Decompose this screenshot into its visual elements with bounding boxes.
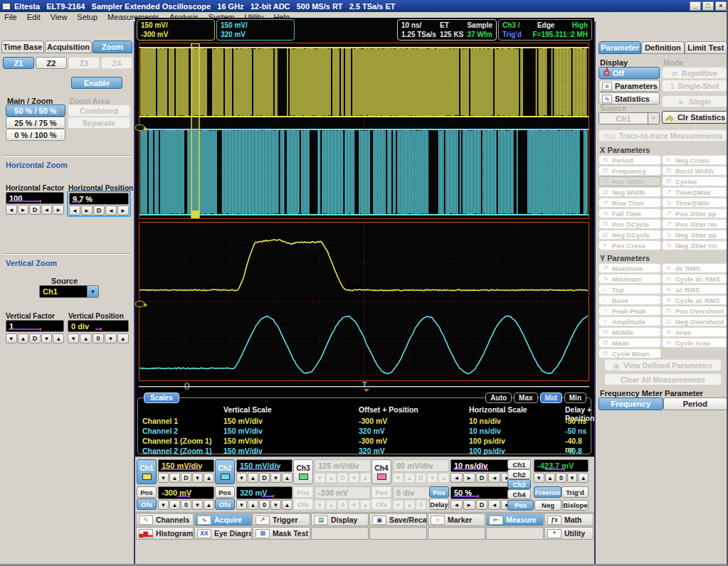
trigd-button[interactable]: Trig'd <box>561 486 589 498</box>
spinner-button[interactable]: ▼ <box>393 473 403 483</box>
spinner-button[interactable]: ▲ <box>282 473 292 483</box>
spinner-button[interactable]: ▼ <box>158 500 169 510</box>
spinner-button[interactable]: ▲ <box>204 473 214 483</box>
timebase-delay-button[interactable]: Delay <box>429 498 449 510</box>
param-button[interactable]: ∿Cycle Area <box>662 338 727 348</box>
spinner-button[interactable]: 0 <box>416 500 426 510</box>
spinner-button[interactable]: ► <box>81 205 93 215</box>
spinner-button[interactable]: ◄ <box>105 205 117 215</box>
trace-to-trace-button[interactable]: ⊓⊔Trace-to-trace Measurements <box>598 129 727 142</box>
tab-acquisition[interactable]: Acquisition <box>45 41 92 53</box>
spinner-button[interactable]: 0 <box>93 333 104 343</box>
bottom-tab[interactable] <box>428 527 485 540</box>
single-measure-button[interactable]: ►Single <box>662 95 727 107</box>
freq-meter-button[interactable]: Frequency <box>598 397 663 410</box>
spinner-button[interactable]: ▲ <box>438 473 449 483</box>
param-button[interactable]: ↗Rise Time <box>598 198 661 208</box>
ratio-button[interactable]: 50 % / 50 % <box>6 105 65 117</box>
main-waveform-view[interactable] <box>139 43 589 219</box>
spinner-button[interactable]: D <box>416 473 426 483</box>
z2-button[interactable]: Z2 <box>36 57 67 69</box>
trigger-source-button[interactable]: Ch4 <box>507 489 531 499</box>
param-button[interactable]: ⊓Frequency <box>598 166 661 176</box>
spinner-button[interactable]: ▼ <box>192 473 203 483</box>
bottom-tab[interactable]: ✎ Channels <box>136 513 194 526</box>
spinner-button[interactable]: D <box>93 205 105 215</box>
separate-button[interactable]: Separate <box>68 117 130 129</box>
ch1-scale-display[interactable]: 150 mV/div <box>158 459 214 472</box>
slope-button[interactable]: Neg <box>534 500 561 511</box>
spinner-button[interactable]: 0 <box>259 500 270 510</box>
param-button[interactable]: ⊓Middle <box>598 327 661 337</box>
ch4-ofs-button[interactable]: Ofs <box>371 498 391 510</box>
ch3-scale-display[interactable]: 125 mV/div <box>315 459 371 472</box>
param-button[interactable]: ⊓Burst Width <box>662 166 727 176</box>
spinner-button[interactable]: ▼ <box>270 473 281 483</box>
ch3-ofs-button[interactable]: Ofs <box>293 498 313 510</box>
ch2-offset-display[interactable]: 320 mV <box>236 486 292 499</box>
spinner-button[interactable]: ▲ <box>360 473 371 483</box>
zoom-source-select[interactable]: Ch1 ▼ <box>39 285 99 298</box>
ch1-offset-display[interactable]: -300 mV <box>158 486 214 499</box>
spinner-button[interactable]: ▼ <box>236 500 247 510</box>
param-button[interactable]: ⊓Pos Overshoot <box>662 306 727 316</box>
spinner-button[interactable]: D <box>337 473 348 483</box>
scales-mode-button[interactable]: Max <box>514 393 537 403</box>
spinner-button[interactable]: ▼ <box>393 500 403 510</box>
scales-mode-button[interactable]: Mid <box>540 393 562 403</box>
maximize-button[interactable]: □ <box>702 1 714 11</box>
measure-tab[interactable]: Parameter <box>598 41 641 54</box>
param-button[interactable]: ↘Minimum <box>598 274 661 284</box>
combined-button[interactable]: Combined <box>68 105 130 117</box>
param-button[interactable]: ↘Fall Time <box>598 208 661 218</box>
clr-statistics-button[interactable]: Clr Statistics <box>662 111 728 124</box>
repetitive-button[interactable]: ⇄Repetitive <box>662 67 727 79</box>
single-shot-button[interactable]: 1Single-Shot <box>662 80 727 92</box>
spinner-button[interactable]: ▼ <box>315 500 325 510</box>
tab-time-base[interactable]: Time Base <box>1 41 44 53</box>
spinner-button[interactable]: ▲ <box>326 473 337 483</box>
bottom-tab[interactable]: ⊢ Measure <box>486 513 544 526</box>
spinner-button[interactable]: ▼ <box>534 473 544 483</box>
scales-mode-button[interactable]: Min <box>564 393 586 403</box>
display-parameters-button[interactable]: ≡Parameters <box>598 80 660 92</box>
spinner-button[interactable]: ◄ <box>6 205 17 215</box>
menu-item[interactable]: File <box>4 13 17 21</box>
scales-title[interactable]: Scales <box>144 393 179 403</box>
param-button[interactable]: ⊔Neg DCycle <box>598 230 661 240</box>
spinner-button[interactable]: D <box>259 473 270 483</box>
ch2-scale-display[interactable]: 150 mV/div <box>236 459 292 472</box>
menu-item[interactable]: Setup <box>77 13 97 21</box>
zoom-region-marker[interactable]: ( ) <box>184 382 189 390</box>
ch1-pos-button[interactable]: Pos <box>137 486 157 498</box>
spinner-button[interactable]: ▼ <box>427 473 438 483</box>
h-factor-display[interactable]: 100 <box>6 192 64 204</box>
clear-all-button[interactable]: Clear All Measurements <box>604 373 722 385</box>
h-pos-display[interactable]: 9.7 % <box>69 193 129 205</box>
param-button[interactable]: ∿ac RMS <box>662 284 727 294</box>
spinner-button[interactable]: ▲ <box>326 500 337 510</box>
display-statistics-button[interactable]: ∿Statistics <box>598 92 660 105</box>
param-button[interactable]: ⌐Top <box>598 284 661 294</box>
minimize-button[interactable]: _ <box>690 1 701 11</box>
spinner-button[interactable]: D <box>476 500 488 510</box>
spinner-button[interactable]: ► <box>463 473 475 483</box>
spinner-button[interactable]: D <box>181 473 191 483</box>
bottom-tab[interactable]: ∩ Marker <box>428 513 485 526</box>
param-button[interactable]: ⊓Period <box>598 155 661 165</box>
menu-item[interactable]: Edit <box>27 13 41 21</box>
param-button[interactable]: ∿dc RMS <box>662 263 727 273</box>
ch4-button[interactable]: Ch4 <box>371 459 391 484</box>
param-button[interactable]: ⊔Neg Width <box>598 187 661 197</box>
measure-source-select[interactable]: Ch1 ▼ <box>598 112 660 124</box>
timebase-pos-button[interactable]: Pos <box>429 486 449 498</box>
param-button[interactable]: ↗Maximum <box>598 263 661 273</box>
view-defined-button[interactable]: ◉View Defined Parameters <box>604 359 722 371</box>
param-button[interactable]: ∿Cycle dc RMS <box>662 274 727 284</box>
spinner-button[interactable]: ▼ <box>567 473 578 483</box>
param-button[interactable]: ∿Area <box>662 327 727 337</box>
bottom-tab[interactable]: ↗ Trigger <box>253 513 310 526</box>
bottom-tab[interactable]: ▤ Display <box>311 513 369 526</box>
bottom-tab[interactable] <box>369 527 427 540</box>
slope-button[interactable]: Pos <box>507 500 534 511</box>
